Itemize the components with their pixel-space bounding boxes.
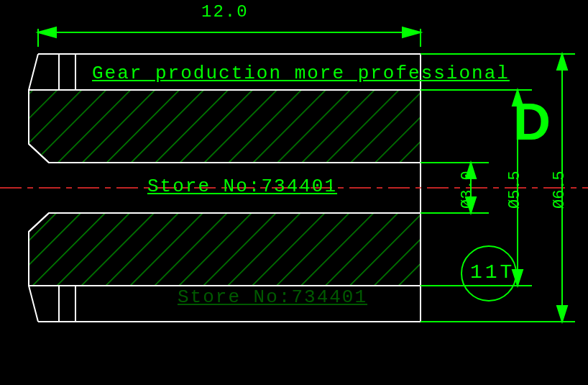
dim-width-value: 12.0 — [201, 2, 249, 22]
svg-marker-43 — [557, 54, 567, 70]
dim-bore-value: Ø3.0 — [459, 171, 477, 209]
watermark-store: Store No:734401 — [147, 176, 337, 197]
dim-outer-value: Ø6.5 — [551, 171, 569, 209]
svg-marker-4 — [38, 27, 56, 37]
dim-width-group — [38, 27, 421, 47]
watermark-store-2: Store No:734401 — [178, 286, 367, 308]
svg-marker-5 — [403, 27, 421, 37]
section-letter: D — [513, 92, 551, 151]
svg-line-7 — [29, 54, 38, 90]
svg-marker-27 — [29, 90, 421, 163]
svg-marker-44 — [557, 306, 567, 322]
svg-marker-28 — [29, 213, 421, 286]
watermark-title: Gear production more professional — [92, 63, 510, 84]
dim-inner-value: Ø5.5 — [506, 171, 524, 209]
svg-line-15 — [29, 286, 38, 322]
teeth-count: 11T — [470, 261, 515, 284]
